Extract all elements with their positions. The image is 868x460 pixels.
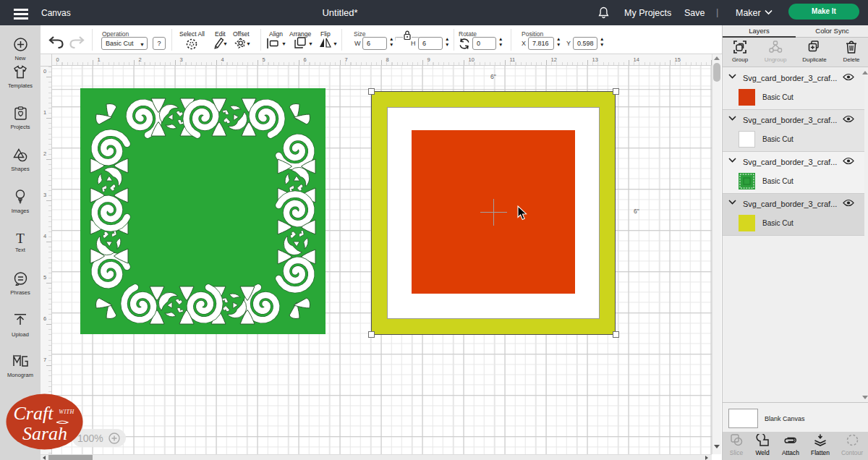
svg-text:Sarah: Sarah (22, 423, 67, 444)
svg-text:WITH: WITH (59, 409, 75, 415)
svg-text:Craft: Craft (14, 403, 54, 424)
